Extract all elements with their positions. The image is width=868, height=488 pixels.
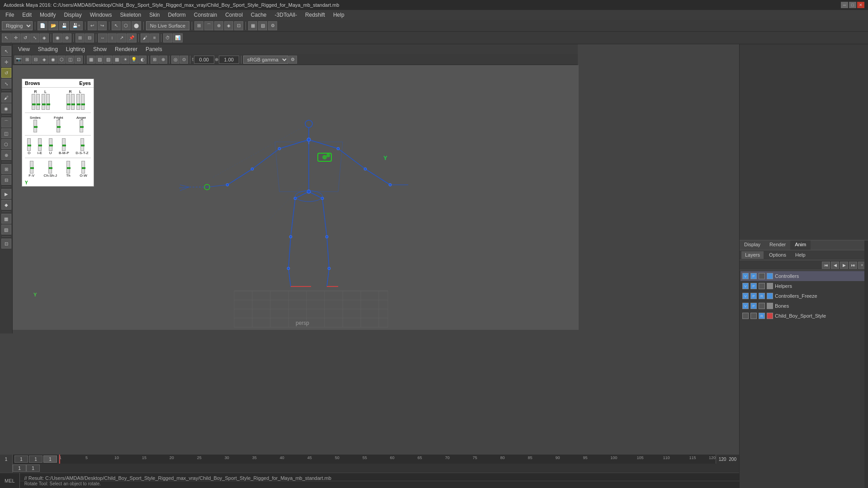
sculpt-tool-icon[interactable]: ◉: [1, 103, 11, 113]
viewport-3d[interactable]: Brows Eyes R L: [13, 65, 579, 330]
undo-button[interactable]: ↩: [88, 21, 97, 30]
menu-redshift[interactable]: Redshift: [302, 11, 329, 19]
redo-button[interactable]: ↪: [98, 21, 107, 30]
shading-menu[interactable]: Shading: [34, 45, 61, 53]
scene-timewarp[interactable]: ⏱: [163, 33, 172, 42]
layer-p-controllers[interactable]: P: [750, 273, 757, 279]
menu-edit[interactable]: Edit: [19, 11, 35, 19]
display-smooth[interactable]: ◫: [66, 56, 74, 64]
layer-row-bones[interactable]: V P Bones: [741, 301, 867, 311]
snap-z[interactable]: ↗: [117, 33, 126, 42]
display-wireframe[interactable]: ⬡: [57, 56, 66, 64]
menu-display[interactable]: Display: [60, 11, 85, 19]
pin-btn[interactable]: 📌: [127, 33, 137, 42]
scale-tool[interactable]: ⤡: [30, 33, 39, 42]
snap-view-button[interactable]: ⊡: [234, 21, 243, 30]
gamma-select[interactable]: sRGB gamma: [243, 56, 288, 64]
soft-select[interactable]: ◉: [53, 33, 62, 42]
extra-tool-icon[interactable]: ⊡: [1, 239, 11, 249]
show-manip[interactable]: ⊞: [75, 33, 85, 42]
start-frame2-input[interactable]: [26, 465, 40, 472]
layer-p-bones[interactable]: P: [750, 303, 757, 309]
layer-nav-start[interactable]: ⏮: [822, 262, 830, 269]
display-toggle[interactable]: ◉: [49, 56, 57, 64]
layer-v-bones[interactable]: V: [742, 303, 749, 309]
scale-tool-icon[interactable]: ⤡: [1, 79, 11, 89]
menu-skeleton[interactable]: Skeleton: [116, 11, 145, 19]
options-subtab[interactable]: Options: [765, 251, 790, 259]
layer-v-ctrlfreeze[interactable]: V: [742, 293, 749, 299]
time-input[interactable]: 0.00: [194, 56, 214, 64]
skin-paint[interactable]: 🖌: [141, 33, 150, 42]
lighting-menu[interactable]: Lighting: [62, 45, 89, 53]
snap-surface-button[interactable]: ◈: [224, 21, 233, 30]
view-menu[interactable]: View: [14, 45, 33, 53]
minimize-button[interactable]: ─: [841, 2, 848, 8]
frame-all-button[interactable]: ⊟: [32, 56, 40, 64]
rotate-tool-icon[interactable]: ↺: [1, 68, 11, 78]
menu-deform[interactable]: Deform: [164, 11, 189, 19]
menu-cache[interactable]: Cache: [247, 11, 270, 19]
shading-mode4[interactable]: ▩: [113, 56, 121, 64]
select-tool-icon[interactable]: ↖: [1, 46, 11, 56]
menu-control[interactable]: Control: [222, 11, 246, 19]
surface-tool-icon[interactable]: ◫: [1, 128, 11, 138]
light-mode1[interactable]: ☀: [121, 56, 129, 64]
layer-r-controllers[interactable]: [759, 273, 765, 279]
hud-toggle[interactable]: ⊕: [159, 56, 167, 64]
anim-editor[interactable]: 📊: [173, 33, 183, 42]
layers-subtab[interactable]: Layers: [741, 251, 764, 259]
zoom-input[interactable]: 1.00: [219, 56, 239, 64]
shading-mode1[interactable]: ▦: [87, 56, 95, 64]
anim-tab[interactable]: Anim: [790, 240, 811, 250]
menu-windows[interactable]: Windows: [86, 11, 116, 19]
open-scene-button[interactable]: 📂: [48, 21, 58, 30]
layer-p-childboy[interactable]: [750, 313, 757, 319]
snap-y[interactable]: ↕: [108, 33, 117, 42]
menu-3dtoall[interactable]: -3DToAll-: [271, 11, 301, 19]
playhead[interactable]: [59, 455, 60, 464]
live-surface-button[interactable]: No Live Surface: [146, 21, 189, 30]
layer-r-ctrlfreeze[interactable]: R: [759, 293, 765, 299]
menu-constrain[interactable]: Constrain: [190, 11, 221, 19]
component-editor[interactable]: ≡: [150, 33, 159, 42]
menu-file[interactable]: File: [2, 11, 18, 19]
render-button[interactable]: ▦: [248, 21, 257, 30]
layer-nav-next[interactable]: ▶: [840, 262, 848, 269]
select-tool[interactable]: ↖: [2, 33, 11, 42]
lasso-button[interactable]: ⬡: [122, 21, 131, 30]
polygon-tool-icon[interactable]: ⬡: [1, 139, 11, 149]
select-button[interactable]: ↖: [112, 21, 121, 30]
camera-button[interactable]: 📷: [14, 56, 23, 64]
render-settings-button[interactable]: ⚙: [268, 21, 277, 30]
move-tool[interactable]: ✛: [11, 33, 20, 42]
last-tool[interactable]: ◈: [40, 33, 49, 42]
layer-r-childboy[interactable]: R: [759, 313, 765, 319]
shading-mode2[interactable]: ▧: [95, 56, 104, 64]
panels-menu[interactable]: Panels: [142, 45, 166, 53]
layer-v-controllers[interactable]: V: [742, 273, 749, 279]
save-scene-button[interactable]: 💾: [59, 21, 69, 30]
snap-point-button[interactable]: ⊕: [214, 21, 223, 30]
new-scene-button[interactable]: 📄: [38, 21, 47, 30]
start-frame-input[interactable]: [13, 465, 26, 472]
shadow-toggle[interactable]: ◐: [138, 56, 146, 64]
anim-tool-icon[interactable]: ▶: [1, 189, 11, 199]
renderer-menu[interactable]: Renderer: [111, 45, 141, 53]
mode-select[interactable]: Rigging: [2, 21, 33, 30]
layer-v-childboy[interactable]: [742, 313, 749, 319]
current-frame-input[interactable]: [14, 455, 28, 463]
paint-button[interactable]: ⬤: [132, 21, 141, 30]
display-tab[interactable]: Display: [740, 240, 765, 250]
transform-handle[interactable]: ⊕: [62, 33, 71, 42]
render-tool-icon[interactable]: ▦: [1, 214, 11, 224]
light-mode2[interactable]: 💡: [130, 56, 138, 64]
snap-grid-button[interactable]: ⊞: [194, 21, 203, 30]
layer-nav-prev[interactable]: ◀: [831, 262, 839, 269]
menu-help[interactable]: Help: [330, 11, 348, 19]
gamma-settings[interactable]: ⚙: [289, 56, 297, 64]
ik-tool-icon[interactable]: ⊟: [1, 175, 11, 185]
xray-active[interactable]: ⊙: [180, 56, 188, 64]
snap-curve-button[interactable]: ⌒: [204, 21, 213, 30]
layer-row-childboy[interactable]: R Child_Boy_Sport_Style: [741, 311, 867, 321]
